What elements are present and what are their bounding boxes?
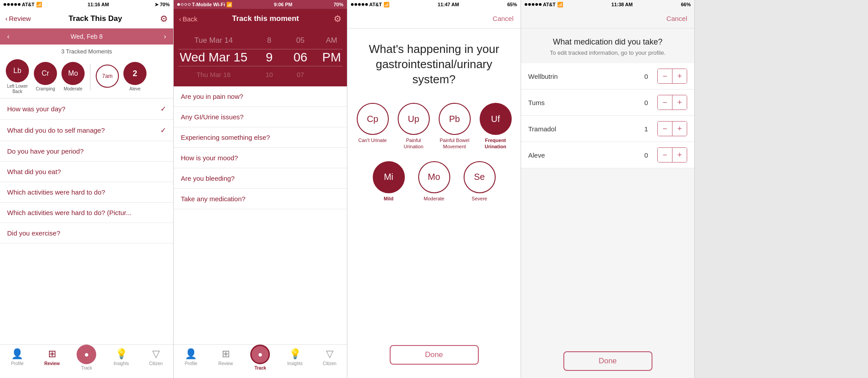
done-button-4[interactable]: Done (563, 351, 652, 371)
tab-review-1[interactable]: ⊞ Review (35, 348, 69, 366)
question-item-s2-2[interactable]: Any GI/Urine issues? (174, 107, 347, 127)
med-name-aleve: Aleve (528, 151, 640, 159)
date-prev-arrow[interactable]: ‹ (7, 33, 9, 41)
gi-circle-pb[interactable]: Pb Painful Bowel Movement (439, 103, 471, 149)
tab-insights-2[interactable]: 💡 Insights (277, 348, 312, 366)
gi-circle-uf[interactable]: Uf Frequent Urination (480, 103, 512, 149)
picker-min-prev: 05 (296, 32, 305, 49)
stepper-plus-tramadol[interactable]: + (672, 122, 687, 136)
circle-item-aleve: 2 Aleve (123, 62, 147, 92)
wifi-icon-3: 📶 (383, 2, 390, 8)
question-item-s2-4[interactable]: How is your mood? (174, 148, 347, 168)
track-icon-2: ● (258, 350, 263, 359)
question-text-7: Did you exercise? (7, 229, 60, 237)
insights-icon-1: 💡 (115, 348, 127, 360)
cancel-button-4[interactable]: Cancel (666, 15, 687, 22)
picker-hour-column[interactable]: 8 9 10 (258, 32, 281, 83)
carrier-label-3: AT&T (369, 2, 382, 7)
gi-circle-label-cp: Can't Urinate (359, 138, 387, 143)
date-time-picker[interactable]: Tue Mar 14 Wed Mar 15 Thu Mar 16 8 9 10 … (174, 28, 347, 86)
gear-icon-1[interactable]: ⚙ (160, 13, 168, 24)
question-item-5[interactable]: Which activities were hard to do? (0, 182, 173, 203)
question-item-6[interactable]: Which activities were hard to do? (Pictu… (0, 203, 173, 223)
question-item-4[interactable]: What did you eat? (0, 162, 173, 182)
severity-moderate[interactable]: Mo Moderate (418, 161, 450, 202)
picker-min-column[interactable]: 05 06 07 (289, 32, 312, 83)
circle-item-lb: Lb Left Lower Back (5, 59, 29, 94)
status-bar-4: AT&T 📶 11:38 AM 66% (521, 0, 694, 9)
nav-title-1: Track This Day (69, 14, 122, 23)
circle-item-mo: Mo Moderate (61, 62, 85, 92)
gi-circle-icon-up: Up (398, 103, 430, 135)
screen4-title: What medication did you take? (521, 28, 694, 49)
gear-icon-2[interactable]: ⚙ (334, 13, 342, 24)
gi-circles-row1: Cp Can't Urinate Up Painful Urination Pb… (347, 96, 521, 156)
tab-track-1[interactable]: ● Track (69, 348, 104, 370)
date-next-arrow[interactable]: › (164, 33, 166, 41)
time-label-2: 9:06 PM (274, 2, 293, 7)
signal-icon-3 (351, 3, 368, 6)
tab-review-2[interactable]: ⊞ Review (208, 348, 243, 366)
citizen-icon-2: ▽ (326, 348, 334, 360)
stepper-plus-tums[interactable]: + (672, 95, 687, 110)
question-item-1[interactable]: How was your day? ✓ (0, 98, 173, 120)
severity-icon-moderate: Mo (418, 161, 450, 193)
gi-circle-cp[interactable]: Cp Can't Urinate (357, 103, 389, 149)
picker-date-column[interactable]: Tue Mar 14 Wed Mar 15 Thu Mar 16 (178, 32, 249, 83)
tab-track-2[interactable]: ● Track (243, 348, 278, 370)
screen1: AT&T 📶 11:16 AM ➤ 70% ‹ Review Track Thi… (0, 0, 174, 378)
severity-severe[interactable]: Se Severe (464, 161, 496, 202)
picker-line-top (178, 49, 342, 49)
question-text-6: Which activities were hard to do? (Pictu… (7, 209, 131, 216)
question-check-1: ✓ (160, 105, 166, 113)
status-bar-1: AT&T 📶 11:16 AM ➤ 70% (0, 0, 173, 9)
gi-circle-label-pb: Painful Bowel Movement (439, 138, 470, 149)
nav-header-2: ‹ Back Track this moment ⚙ (174, 9, 347, 28)
question-item-s2-3[interactable]: Experiencing something else? (174, 127, 347, 148)
picker-ampm-column[interactable]: AM PM (321, 32, 343, 83)
severity-label-mild: Mild (384, 196, 394, 202)
question-item-7[interactable]: Did you exercise? (0, 223, 173, 244)
tab-citizen-1[interactable]: ▽ Citizen (139, 348, 173, 366)
circle-item-7am: 7am (96, 65, 119, 89)
questions-list-2: Are you in pain now? Any GI/Urine issues… (174, 86, 347, 344)
tab-profile-1[interactable]: 👤 Profile (0, 348, 35, 366)
tab-profile-2[interactable]: 👤 Profile (174, 348, 208, 366)
med-count-aleve: 0 (640, 151, 653, 159)
med-count-tums: 0 (640, 99, 653, 106)
question-text-5: Which activities were hard to do? (7, 188, 105, 196)
question-item-3[interactable]: Do you have your period? (0, 141, 173, 162)
time-label-4: 11:38 AM (611, 2, 633, 7)
question-item-s2-6[interactable]: Take any medication? (174, 189, 347, 209)
back-button-2[interactable]: ‹ Back (179, 15, 197, 23)
circle-label-lb: Left Lower Back (5, 84, 29, 94)
question-item-s2-5[interactable]: Are you bleeding? (174, 168, 347, 189)
circle-icon-aleve: 2 (123, 62, 147, 85)
signal-icon (4, 3, 20, 6)
question-item-2[interactable]: What did you do to self manage? ✓ (0, 120, 173, 141)
tab-insights-1[interactable]: 💡 Insights (104, 348, 139, 366)
date-selector-1[interactable]: ‹ Wed, Feb 8 › (0, 28, 173, 45)
stepper-plus-aleve[interactable]: + (672, 148, 687, 162)
screen3: AT&T 📶 11:47 AM 65% Cancel What's happen… (347, 0, 521, 378)
circle-icon-cr: Cr (34, 62, 57, 85)
circle-label-aleve: Aleve (129, 86, 140, 92)
circle-label-cr: Cramping (36, 86, 55, 92)
back-button-1[interactable]: ‹ Review (5, 15, 31, 22)
cancel-button-3[interactable]: Cancel (493, 15, 513, 22)
done-button-3[interactable]: Done (390, 345, 479, 365)
stepper-minus-tramadol[interactable]: − (658, 122, 672, 136)
status-bar-2: T-Mobile Wi-Fi 📶 9:06 PM 70% (174, 0, 347, 9)
signal-icon-2 (177, 3, 191, 6)
picker-hour-selected: 9 (266, 49, 273, 66)
stepper-plus-wellbutrin[interactable]: + (672, 69, 687, 83)
tab-citizen-2[interactable]: ▽ Citizen (312, 348, 347, 366)
gi-circle-label-uf: Frequent Urination (480, 138, 511, 149)
stepper-minus-aleve[interactable]: − (658, 148, 672, 162)
question-item-s2-1[interactable]: Are you in pain now? (174, 86, 347, 107)
stepper-minus-tums[interactable]: − (658, 95, 672, 110)
gi-circle-up[interactable]: Up Painful Urination (398, 103, 430, 149)
severity-mild[interactable]: Mi Mild (373, 161, 405, 202)
stepper-minus-wellbutrin[interactable]: − (658, 69, 672, 83)
medications-list: Wellbutrin 0 − + Tums 0 − + Tramadol (521, 63, 694, 344)
